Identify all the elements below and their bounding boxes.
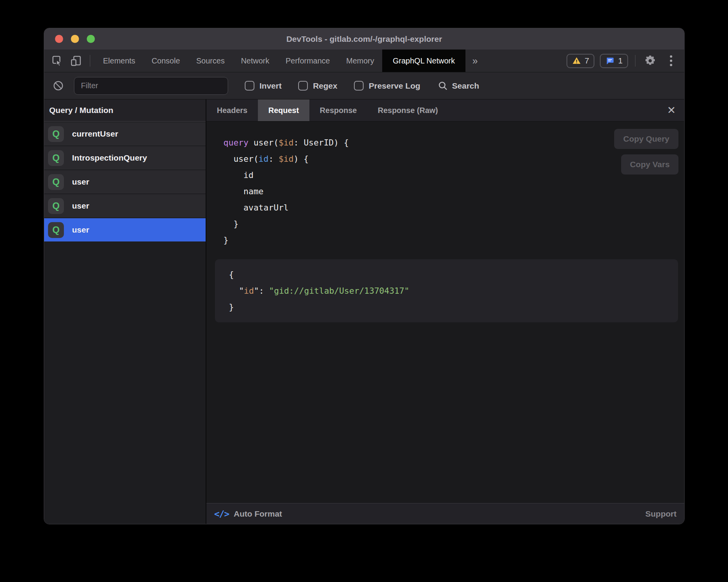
tab-network[interactable]: Network bbox=[233, 50, 277, 72]
message-bubble-icon bbox=[605, 56, 615, 65]
block-filter-icon[interactable] bbox=[53, 80, 64, 91]
code-line: } bbox=[223, 216, 349, 232]
invert-checkbox[interactable] bbox=[245, 81, 254, 91]
tab-performance[interactable]: Performance bbox=[278, 50, 338, 72]
filter-input[interactable] bbox=[74, 77, 228, 95]
tab-response[interactable]: Response bbox=[309, 99, 367, 121]
title-bar: DevTools - gitlab.com/-/graphql-explorer bbox=[44, 28, 684, 50]
support-link[interactable]: Support bbox=[646, 509, 676, 519]
query-type-badge: Q bbox=[48, 222, 64, 238]
status-bar: </> Auto Format Support bbox=[206, 503, 684, 524]
query-list: Q currentUser Q IntrospectionQuery Q use… bbox=[44, 122, 206, 241]
search-icon bbox=[438, 80, 448, 91]
code-line: avatarUrl bbox=[223, 200, 349, 216]
devtools-toolbar: Elements Console Sources Network Perform… bbox=[44, 50, 684, 72]
close-window-button[interactable] bbox=[55, 35, 63, 43]
devtools-window: DevTools - gitlab.com/-/graphql-explorer… bbox=[44, 28, 685, 524]
code-line: } bbox=[223, 232, 349, 248]
code-line: } bbox=[229, 299, 678, 315]
list-item-label: user bbox=[72, 177, 89, 187]
messages-badge[interactable]: 1 bbox=[600, 54, 628, 68]
graphql-query-code[interactable]: query user($id: UserID) { user(id: $id) … bbox=[223, 135, 349, 248]
list-item-label: currentUser bbox=[72, 129, 118, 139]
query-type-badge: Q bbox=[48, 174, 64, 190]
query-type-badge: Q bbox=[48, 126, 64, 142]
tab-elements[interactable]: Elements bbox=[95, 50, 143, 72]
query-type-badge: Q bbox=[48, 198, 64, 214]
detail-tabs: Headers Request Response Response (Raw) … bbox=[206, 99, 684, 122]
main-split: Query / Mutation Q currentUser Q Introsp… bbox=[44, 99, 684, 524]
list-item-user-1[interactable]: Q user bbox=[44, 170, 206, 193]
close-icon: ✕ bbox=[667, 104, 676, 116]
invert-checkbox-group[interactable]: Invert bbox=[245, 81, 282, 91]
code-line: { bbox=[229, 267, 678, 283]
preserve-log-label: Preserve Log bbox=[369, 81, 420, 91]
warning-triangle-icon bbox=[572, 56, 581, 65]
tab-headers[interactable]: Headers bbox=[206, 99, 258, 121]
list-item-introspectionquery[interactable]: Q IntrospectionQuery bbox=[44, 146, 206, 169]
filter-bar: Invert Regex Preserve Log Search bbox=[44, 72, 684, 99]
regex-label: Regex bbox=[313, 81, 337, 91]
toolbar-separator bbox=[90, 55, 90, 67]
preserve-log-checkbox[interactable] bbox=[354, 81, 364, 91]
list-item-user-2[interactable]: Q user bbox=[44, 194, 206, 217]
window-title: DevTools - gitlab.com/-/graphql-explorer bbox=[44, 34, 684, 44]
auto-format-label: Auto Format bbox=[234, 509, 282, 519]
code-line: user(id: $id) { bbox=[223, 151, 349, 167]
regex-checkbox-group[interactable]: Regex bbox=[298, 81, 337, 91]
list-item-currentuser[interactable]: Q currentUser bbox=[44, 122, 206, 146]
code-line: name bbox=[223, 183, 349, 200]
search-label: Search bbox=[452, 81, 479, 91]
maximize-window-button[interactable] bbox=[87, 35, 95, 43]
code-brackets-icon: </> bbox=[214, 509, 229, 519]
query-type-badge: Q bbox=[48, 150, 64, 166]
request-content: query user($id: UserID) { user(id: $id) … bbox=[206, 122, 684, 503]
device-toolbar-button[interactable] bbox=[67, 50, 85, 72]
auto-format-button[interactable]: </> Auto Format bbox=[214, 509, 282, 519]
search-button[interactable]: Search bbox=[438, 80, 479, 91]
code-line: id bbox=[223, 167, 349, 183]
messages-count: 1 bbox=[618, 56, 623, 65]
kebab-menu-icon bbox=[670, 55, 672, 66]
warnings-badge[interactable]: 7 bbox=[567, 54, 595, 68]
tab-response-raw[interactable]: Response (Raw) bbox=[367, 99, 448, 121]
toolbar-separator bbox=[635, 55, 635, 67]
list-item-user-3-selected[interactable]: Q user bbox=[44, 218, 206, 241]
settings-button[interactable] bbox=[642, 53, 658, 68]
query-list-sidebar: Query / Mutation Q currentUser Q Introsp… bbox=[44, 99, 206, 524]
detail-panel: Headers Request Response Response (Raw) … bbox=[206, 99, 684, 524]
warnings-count: 7 bbox=[585, 56, 589, 65]
regex-checkbox[interactable] bbox=[298, 81, 308, 91]
code-line: "id": "gid://gitlab/User/13704317" bbox=[229, 283, 678, 299]
list-item-label: user bbox=[72, 201, 89, 211]
copy-query-button[interactable]: Copy Query bbox=[614, 129, 678, 149]
gear-icon bbox=[644, 55, 656, 67]
chevron-double-right-icon: » bbox=[472, 55, 478, 67]
inspect-cursor-icon bbox=[51, 55, 64, 67]
tab-graphql-network[interactable]: GraphQL Network bbox=[382, 50, 465, 72]
toolbar-right-group: 7 1 bbox=[567, 50, 684, 72]
minimize-window-button[interactable] bbox=[71, 35, 79, 43]
code-line: query user($id: UserID) { bbox=[223, 135, 349, 151]
list-item-label: IntrospectionQuery bbox=[72, 153, 147, 163]
list-item-label: user bbox=[72, 225, 89, 235]
copy-vars-button[interactable]: Copy Vars bbox=[621, 154, 678, 175]
invert-label: Invert bbox=[259, 81, 282, 91]
preserve-log-checkbox-group[interactable]: Preserve Log bbox=[354, 81, 420, 91]
tab-request[interactable]: Request bbox=[258, 99, 309, 121]
close-panel-button[interactable]: ✕ bbox=[658, 99, 684, 121]
traffic-lights bbox=[55, 35, 95, 43]
tab-sources[interactable]: Sources bbox=[188, 50, 233, 72]
more-tabs-button[interactable]: » bbox=[465, 50, 485, 72]
sidebar-header: Query / Mutation bbox=[44, 99, 206, 122]
tab-memory[interactable]: Memory bbox=[338, 50, 382, 72]
device-toolbar-icon bbox=[70, 55, 82, 67]
graphql-variables-box[interactable]: { "id": "gid://gitlab/User/13704317"} bbox=[215, 259, 678, 322]
more-options-button[interactable] bbox=[663, 53, 679, 68]
inspect-element-button[interactable] bbox=[48, 50, 67, 72]
tab-console[interactable]: Console bbox=[143, 50, 188, 72]
